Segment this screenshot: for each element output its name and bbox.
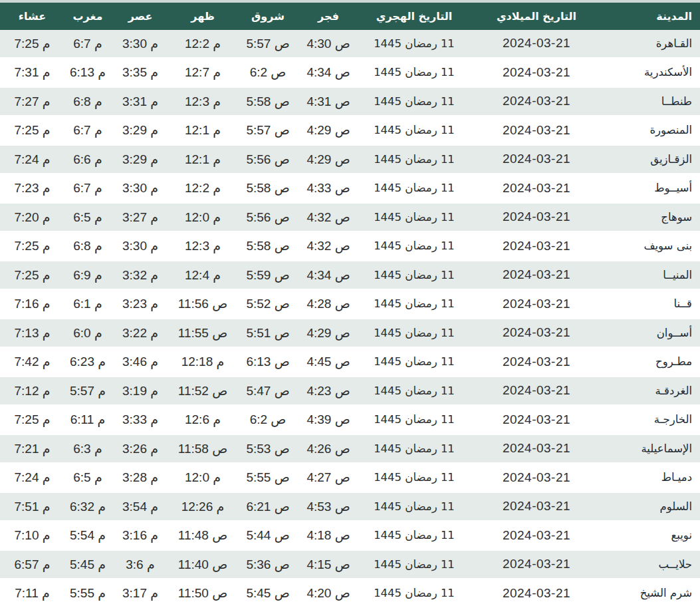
- cell-isha: 7:16 م: [0, 289, 64, 319]
- column-header-city: المدينة: [602, 1, 700, 30]
- table-row: دميـاط2024-03-2111 رمضان 14454:27 ص5:55 …: [0, 463, 700, 492]
- cell-isha: 7:27 م: [0, 87, 64, 116]
- cell-miladi: 2024-03-21: [471, 145, 602, 174]
- cell-fajr: 4:29 ص: [300, 319, 357, 348]
- cell-miladi: 2024-03-21: [471, 87, 602, 116]
- cell-fajr: 4:53 ص: [300, 492, 357, 522]
- cell-city: بنى سويف: [602, 231, 700, 261]
- cell-dhuhr: 12:1 م: [170, 145, 236, 174]
- cell-shorouk: 6:21 ص: [236, 492, 300, 522]
- cell-isha: 6:57 م: [0, 550, 64, 579]
- cell-asr: 3:29 م: [111, 145, 170, 174]
- table-row: مطـروح2024-03-2111 رمضان 14454:45 ص6:13 …: [0, 347, 700, 377]
- cell-hijri: 11 رمضان 1445: [357, 521, 471, 550]
- cell-city: أســوان: [602, 319, 700, 348]
- cell-isha: 7:25 م: [0, 30, 64, 58]
- cell-isha: 7:24 م: [0, 145, 64, 174]
- cell-isha: 7:51 م: [0, 492, 64, 522]
- cell-isha: 7:20 م: [0, 203, 64, 232]
- cell-city: أسيــوط: [602, 174, 700, 203]
- cell-asr: 3:31 م: [111, 87, 170, 116]
- cell-asr: 3:30 م: [111, 231, 170, 261]
- cell-dhuhr: 11:58 ص: [170, 434, 236, 464]
- cell-dhuhr: 12:18 م: [170, 347, 236, 377]
- cell-hijri: 11 رمضان 1445: [357, 203, 471, 232]
- cell-city: سوهاج: [602, 203, 700, 232]
- cell-maghrib: 6:6 م: [64, 145, 111, 174]
- cell-city: طنطــا: [602, 87, 700, 116]
- column-header-hijri-date: التاريخ الهجري: [357, 1, 471, 30]
- cell-shorouk: 5:44 ص: [236, 521, 300, 550]
- cell-asr: 3:23 م: [111, 289, 170, 319]
- cell-asr: 3:19 م: [111, 377, 170, 406]
- table-row: الخارجـة2024-03-2111 رمضان 14454:39 ص6:2…: [0, 405, 700, 434]
- cell-miladi: 2024-03-21: [471, 116, 602, 145]
- cell-maghrib: 6:9 م: [64, 261, 111, 290]
- table-row: الإسماعيلية2024-03-2111 رمضان 14454:26 ص…: [0, 434, 700, 464]
- column-header-isha: عشاء: [0, 1, 64, 30]
- cell-fajr: 4:18 ص: [300, 521, 357, 550]
- cell-maghrib: 6:3 م: [64, 434, 111, 464]
- cell-isha: 7:25 م: [0, 116, 64, 145]
- cell-maghrib: 6:11 م: [64, 405, 111, 434]
- cell-hijri: 11 رمضان 1445: [357, 434, 471, 464]
- cell-hijri: 11 رمضان 1445: [357, 116, 471, 145]
- cell-fajr: 4:32 ص: [300, 203, 357, 232]
- cell-city: الغردقـة: [602, 377, 700, 406]
- cell-asr: 3:35 م: [111, 58, 170, 87]
- cell-fajr: 4:45 ص: [300, 347, 357, 377]
- cell-asr: 3:29 م: [111, 116, 170, 145]
- cell-asr: 3:32 م: [111, 261, 170, 290]
- column-header-gregorian-date: التاريخ الميلادي: [471, 1, 602, 30]
- table-row: حلايــب2024-03-2111 رمضان 14454:15 ص5:36…: [0, 550, 700, 579]
- cell-miladi: 2024-03-21: [471, 30, 602, 58]
- cell-shorouk: 5:52 ص: [236, 289, 300, 319]
- cell-hijri: 11 رمضان 1445: [357, 405, 471, 434]
- cell-asr: 3:22 م: [111, 319, 170, 348]
- column-header-dhuhr: ظهر: [170, 1, 236, 30]
- cell-fajr: 4:20 ص: [300, 579, 357, 608]
- cell-asr: 3:30 م: [111, 30, 170, 58]
- cell-asr: 3:26 م: [111, 434, 170, 464]
- cell-city: نويبع: [602, 521, 700, 550]
- cell-shorouk: 5:47 ص: [236, 377, 300, 406]
- cell-dhuhr: 11:55 ص: [170, 319, 236, 348]
- cell-shorouk: 6:2 ص: [236, 405, 300, 434]
- table-row: المنيــا2024-03-2111 رمضان 14454:34 ص5:5…: [0, 261, 700, 290]
- cell-miladi: 2024-03-21: [471, 261, 602, 290]
- cell-asr: 3:46 م: [111, 347, 170, 377]
- cell-fajr: 4:27 ص: [300, 463, 357, 492]
- cell-asr: 3:54 م: [111, 492, 170, 522]
- cell-maghrib: 6:5 م: [64, 463, 111, 492]
- cell-dhuhr: 12:0 م: [170, 203, 236, 232]
- cell-maghrib: 5:55 م: [64, 579, 111, 608]
- cell-shorouk: 5:58 ص: [236, 87, 300, 116]
- cell-isha: 7:24 م: [0, 463, 64, 492]
- cell-isha: 7:11 م: [0, 579, 64, 608]
- table-row: قــنا2024-03-2111 رمضان 14454:28 ص5:52 ص…: [0, 289, 700, 319]
- table-row: أســوان2024-03-2111 رمضان 14454:29 ص5:51…: [0, 319, 700, 348]
- cell-hijri: 11 رمضان 1445: [357, 58, 471, 87]
- cell-hijri: 11 رمضان 1445: [357, 492, 471, 522]
- cell-fajr: 4:33 ص: [300, 174, 357, 203]
- cell-fajr: 4:39 ص: [300, 405, 357, 434]
- cell-dhuhr: 11:52 ص: [170, 377, 236, 406]
- cell-shorouk: 5:58 ص: [236, 231, 300, 261]
- cell-dhuhr: 11:48 ص: [170, 521, 236, 550]
- cell-city: شرم الشيخ: [602, 579, 700, 608]
- cell-shorouk: 5:55 ص: [236, 463, 300, 492]
- table-row: الزقـازيق2024-03-2111 رمضان 14454:29 ص5:…: [0, 145, 700, 174]
- cell-shorouk: 5:45 ص: [236, 579, 300, 608]
- cell-hijri: 11 رمضان 1445: [357, 377, 471, 406]
- cell-fajr: 4:30 ص: [300, 30, 357, 58]
- cell-hijri: 11 رمضان 1445: [357, 231, 471, 261]
- cell-city: المنيــا: [602, 261, 700, 290]
- cell-city: الخارجـة: [602, 405, 700, 434]
- cell-maghrib: 6:8 م: [64, 231, 111, 261]
- cell-dhuhr: 12:26 م: [170, 492, 236, 522]
- cell-miladi: 2024-03-21: [471, 579, 602, 608]
- table-row: السلوم2024-03-2111 رمضان 14454:53 ص6:21 …: [0, 492, 700, 522]
- cell-asr: 3:27 م: [111, 203, 170, 232]
- column-header-fajr: فجر: [300, 1, 357, 30]
- cell-maghrib: 6:23 م: [64, 347, 111, 377]
